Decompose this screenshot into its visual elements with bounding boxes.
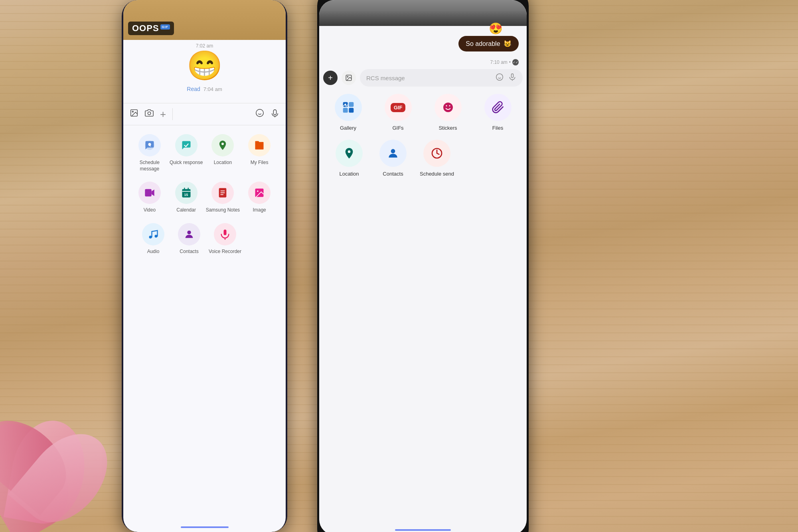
calendar-item[interactable]: 15 Calendar: [168, 182, 204, 214]
grid-row-1: Schedule message Quick response: [131, 134, 278, 172]
location-item-p1[interactable]: Location: [205, 134, 241, 172]
chat-emoji: 😁: [123, 51, 286, 80]
svg-point-24: [149, 235, 152, 238]
gifs-label: GIFs: [392, 125, 403, 132]
location-icon-p2: [336, 140, 363, 167]
svg-point-2: [148, 112, 150, 115]
input-icons: [496, 73, 516, 83]
stickers-item[interactable]: Stickers: [426, 94, 470, 132]
contacts-item-p2[interactable]: Contacts: [371, 140, 415, 178]
image-item[interactable]: Image: [241, 182, 277, 214]
stickers-icon: [435, 94, 462, 121]
svg-point-41: [443, 103, 453, 112]
audio-item[interactable]: Audio: [135, 223, 171, 255]
samsung-notes-icon: [211, 182, 234, 204]
timestamp-702: 7:02 am: [123, 43, 286, 49]
flower-decoration: [0, 332, 128, 532]
samsung-notes-item[interactable]: Samsung Notes: [205, 182, 241, 214]
emoji-reaction: 😍: [489, 22, 503, 35]
microphone-input-icon[interactable]: [508, 73, 516, 83]
gifs-icon: GIF: [385, 94, 412, 121]
bubble-cat-emoji: 😺: [504, 40, 512, 47]
svg-rect-11: [145, 189, 151, 197]
audio-label: Audio: [147, 249, 160, 255]
gallery-icon[interactable]: [130, 109, 138, 120]
samsung-notes-label: Samsung Notes: [206, 207, 240, 214]
files-icon-p2: [484, 94, 512, 121]
p2-app-grid: Gallery GIF GIFs: [323, 94, 523, 186]
input-placeholder: RCS message: [366, 75, 405, 81]
svg-point-42: [446, 105, 447, 106]
read-label: Read: [187, 86, 200, 92]
files-item-p2[interactable]: Files: [476, 94, 520, 132]
voice-icon[interactable]: [271, 109, 279, 120]
svg-rect-34: [512, 73, 514, 77]
svg-point-30: [347, 76, 348, 77]
gifs-item[interactable]: GIF GIFs: [376, 94, 420, 132]
svg-point-10: [221, 143, 224, 145]
emoji-icon[interactable]: [255, 109, 264, 120]
files-label-p2: Files: [492, 125, 503, 132]
svg-point-44: [348, 150, 351, 153]
phone2-screen: 😍 So adorable 😺 7:10 am • ✓✓ + RCS: [319, 0, 527, 532]
audio-icon: [142, 223, 164, 245]
gallery-icon-p2: [335, 94, 362, 121]
message-toolbar: +: [123, 103, 286, 125]
contacts-icon-p2: [379, 140, 407, 167]
calendar-label: Calendar: [176, 207, 196, 214]
read-status-row: Read 7:04 am: [123, 86, 286, 92]
video-item[interactable]: Video: [132, 182, 168, 214]
gallery-item-p2[interactable]: Gallery: [326, 94, 370, 132]
location-label-p2: Location: [339, 171, 359, 178]
location-icon-p1: [211, 134, 234, 156]
voice-recorder-item[interactable]: Voice Recorder: [207, 223, 243, 255]
emoji-input-icon[interactable]: [496, 73, 504, 83]
svg-point-31: [496, 73, 503, 80]
svg-point-43: [449, 105, 450, 106]
svg-marker-12: [152, 190, 154, 196]
oops-gif-label: OOPSGIF: [128, 22, 174, 35]
quick-response-item[interactable]: Quick response: [168, 134, 204, 172]
rcs-message-input[interactable]: RCS message: [360, 69, 523, 87]
schedule-message-icon: [138, 134, 161, 156]
phone1-device: OOPSGIF 7:02 am 😁 Read 7:04 am: [122, 0, 287, 532]
calendar-icon: 15: [175, 182, 198, 204]
camera-icon[interactable]: [145, 109, 154, 120]
contacts-label-p2: Contacts: [383, 171, 403, 178]
schedule-message-label: Schedule message: [132, 160, 168, 172]
svg-point-3: [256, 109, 263, 117]
schedule-send-icon: [423, 140, 450, 167]
add-attachment-button[interactable]: +: [323, 71, 338, 85]
gif-banner: OOPSGIF: [123, 0, 286, 40]
double-check-icon: ✓✓: [512, 59, 519, 65]
schedule-message-item[interactable]: Schedule message: [132, 134, 168, 172]
svg-rect-6: [273, 109, 276, 115]
timestamp-704: 7:04 am: [203, 86, 222, 92]
svg-point-23: [257, 190, 259, 192]
image-icon: [248, 182, 271, 204]
contacts-item-p1[interactable]: Contacts: [171, 223, 207, 255]
location-label-p1: Location: [214, 160, 232, 166]
grid-row-3: Audio Contacts: [131, 223, 278, 255]
chat-bubble: So adorable 😺: [458, 36, 519, 51]
schedule-send-label: Schedule send: [420, 171, 454, 178]
files-button[interactable]: [342, 71, 356, 85]
plus-icon[interactable]: +: [160, 108, 166, 121]
location-item-p2[interactable]: Location: [327, 140, 371, 178]
svg-rect-39: [349, 108, 354, 113]
p2-grid-row-2: Location Contacts: [323, 140, 523, 178]
quick-response-icon: [175, 134, 198, 156]
svg-point-45: [391, 149, 395, 153]
my-files-item[interactable]: My Files: [241, 134, 277, 172]
svg-rect-27: [224, 229, 227, 235]
video-icon: [138, 182, 161, 204]
app-grid: Schedule message Quick response: [123, 128, 286, 271]
image-label: Image: [253, 207, 266, 214]
my-files-icon: [248, 134, 271, 156]
quick-response-label: Quick response: [170, 160, 203, 166]
phone1-screen: OOPSGIF 7:02 am 😁 Read 7:04 am: [123, 0, 286, 532]
home-indicator-p2: [395, 529, 451, 531]
grid-row-2: Video 15 Calendar: [131, 182, 278, 214]
schedule-send-item[interactable]: Schedule send: [415, 140, 459, 178]
contacts-label-p1: Contacts: [180, 249, 198, 255]
